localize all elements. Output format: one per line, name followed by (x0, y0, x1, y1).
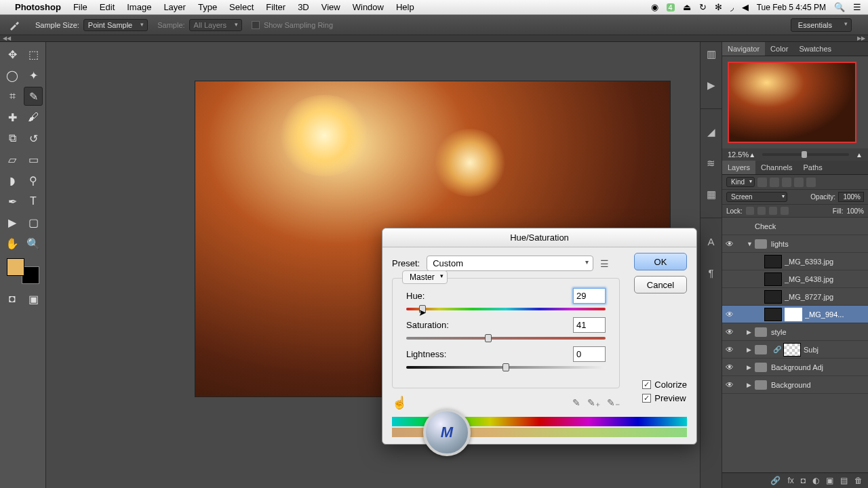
layer-name[interactable]: Check (755, 222, 865, 230)
navigator-zoom-value[interactable]: 12.5% (728, 150, 749, 159)
actions-panel-icon[interactable]: ▶ (703, 77, 719, 94)
preset-dropdown[interactable]: Custom (427, 256, 593, 271)
history-brush-tool-icon[interactable]: ↺ (24, 129, 43, 148)
blur-tool-icon[interactable]: ◗ (3, 171, 22, 190)
quick-mask-icon[interactable]: ◘ (3, 289, 22, 308)
layer-item[interactable]: 👁_MG_994... (722, 306, 868, 323)
layer-item[interactable]: 👁▶style (722, 323, 868, 341)
app-name[interactable]: Photoshop (15, 2, 61, 12)
filter-pixel-icon[interactable] (757, 178, 767, 187)
notification-center-icon[interactable]: ☰ (853, 2, 861, 12)
filter-shape-icon[interactable] (794, 178, 804, 187)
lock-pixels-icon[interactable] (757, 207, 766, 215)
zoom-tool-icon[interactable]: 🔍 (24, 234, 43, 253)
layer-thumbnail[interactable] (764, 290, 782, 304)
eraser-tool-icon[interactable]: ▱ (3, 150, 22, 169)
screen-mode-icon[interactable]: ▣ (24, 289, 43, 308)
layer-style-icon[interactable]: fx (787, 476, 793, 485)
targeted-adjustment-icon[interactable]: ☝ (392, 395, 407, 410)
zoom-in-icon[interactable]: ▲ (856, 151, 863, 159)
layer-item[interactable]: _MG_6438.jpg (722, 270, 868, 288)
filter-type-icon[interactable] (782, 178, 791, 187)
layer-thumbnail[interactable] (764, 308, 782, 321)
navigator-thumbnail[interactable] (728, 62, 856, 143)
colorize-checkbox-row[interactable]: ✓Colorize (642, 380, 687, 390)
eyedropper-tool-icon[interactable] (7, 18, 22, 33)
colorize-checkbox[interactable]: ✓ (642, 380, 651, 389)
lightness-slider[interactable] (406, 366, 606, 369)
visibility-toggle-icon[interactable]: 👁 (722, 363, 737, 372)
new-layer-icon[interactable]: ▤ (840, 476, 848, 485)
menu-select[interactable]: Select (229, 2, 254, 12)
dropbox-icon[interactable]: ⏏ (683, 2, 691, 12)
disclosure-icon[interactable]: ▶ (747, 346, 755, 353)
layer-item[interactable]: 👁▼lights (722, 235, 868, 253)
disclosure-icon[interactable]: ▼ (747, 241, 755, 247)
hue-input[interactable]: 29 (573, 288, 606, 304)
lightness-input[interactable]: 0 (573, 346, 606, 362)
preset-menu-icon[interactable]: ☰ (599, 258, 610, 269)
histogram-panel-icon[interactable]: ◢ (703, 124, 719, 140)
wifi-icon[interactable]: ◞ (730, 2, 734, 12)
saturation-slider[interactable] (406, 337, 606, 340)
menu-view[interactable]: View (321, 2, 340, 12)
visibility-toggle-icon[interactable]: 👁 (722, 380, 737, 390)
volume-icon[interactable]: ◀ (742, 2, 749, 12)
menu-image[interactable]: Image (127, 2, 151, 12)
hue-slider-thumb[interactable] (419, 305, 426, 313)
menu-file[interactable]: File (73, 2, 87, 12)
navigator-zoom-slider[interactable] (762, 153, 849, 156)
visibility-toggle-icon[interactable]: 👁 (722, 310, 737, 319)
tab-layers[interactable]: Layers (722, 161, 755, 174)
saturation-input[interactable]: 41 (573, 317, 606, 333)
layer-name[interactable]: _MG_6438.jpg (785, 275, 865, 283)
menu-edit[interactable]: Edit (100, 2, 115, 12)
sync-icon[interactable]: ◉ (651, 2, 658, 12)
visibility-toggle-icon[interactable]: 👁 (722, 239, 737, 249)
opacity-value[interactable]: 100% (838, 192, 864, 202)
disclosure-icon[interactable]: ▶ (747, 382, 755, 388)
menu-layer[interactable]: Layer (163, 2, 186, 12)
filter-adjustment-icon[interactable] (770, 178, 779, 187)
notification-badge[interactable]: 4 (667, 3, 675, 12)
adjustment-layer-icon[interactable]: ◐ (812, 476, 819, 485)
move-tool-icon[interactable]: ✥ (3, 45, 22, 64)
marquee-tool-icon[interactable]: ⬚ (24, 45, 43, 64)
visibility-toggle-icon[interactable]: 👁 (722, 345, 737, 354)
layer-item[interactable]: 👁▶🔗Subj (722, 341, 868, 359)
layer-item[interactable]: 👁▶Background (722, 376, 868, 394)
menu-3d[interactable]: 3D (298, 2, 309, 12)
sample-size-dropdown[interactable]: Point Sample (83, 19, 148, 31)
saturation-slider-thumb[interactable] (485, 334, 492, 342)
eyedropper-subtract-icon[interactable]: ✎₋ (607, 397, 620, 408)
eyedropper-icon[interactable]: ✎ (572, 397, 580, 408)
menubar-clock[interactable]: Tue Feb 5 4:45 PM (757, 3, 826, 12)
character-panel-icon[interactable]: A (703, 233, 719, 249)
layer-thumbnail[interactable] (764, 272, 782, 286)
expand-left-icon[interactable]: ◀◀ (3, 35, 11, 41)
tab-color[interactable]: Color (765, 42, 793, 56)
disclosure-icon[interactable]: ▶ (747, 364, 755, 371)
workspace-switcher[interactable]: Essentials (791, 18, 852, 32)
filter-smart-icon[interactable] (806, 178, 816, 187)
menu-extra-icon[interactable]: ✻ (715, 2, 722, 12)
foreground-color-swatch[interactable] (7, 258, 24, 276)
new-group-icon[interactable]: ▣ (826, 476, 833, 485)
blend-mode-dropdown[interactable]: Screen (726, 192, 787, 202)
timemachine-icon[interactable]: ↻ (699, 2, 707, 12)
type-tool-icon[interactable]: T (24, 192, 43, 211)
tab-channels[interactable]: Channels (755, 161, 797, 174)
disclosure-icon[interactable]: ▶ (747, 329, 755, 336)
cancel-button[interactable]: Cancel (634, 276, 687, 293)
mask-thumbnail[interactable] (785, 308, 802, 321)
clone-stamp-tool-icon[interactable]: ⧉ (3, 129, 22, 148)
lasso-tool-icon[interactable]: ◯ (3, 66, 22, 85)
layer-thumbnail[interactable] (764, 255, 782, 268)
path-selection-tool-icon[interactable]: ▶ (3, 213, 22, 232)
tab-swatches[interactable]: Swatches (793, 42, 837, 56)
adjustments-panel-icon[interactable]: ≋ (703, 155, 719, 171)
gradient-tool-icon[interactable]: ▭ (24, 150, 43, 169)
lock-all-icon[interactable] (781, 207, 789, 215)
delete-layer-icon[interactable]: 🗑 (854, 476, 863, 485)
layer-name[interactable]: Subj (804, 346, 865, 354)
